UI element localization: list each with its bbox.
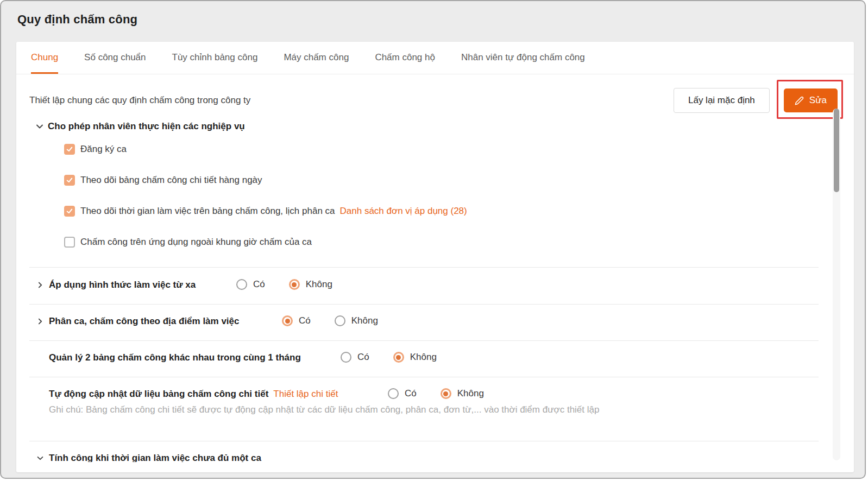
edit-button[interactable]: Sửa: [784, 88, 838, 112]
section-description: Thiết lập chung các quy định chấm công t…: [29, 95, 250, 106]
checkbox-row-theo-doi-thoi-gian[interactable]: Theo dõi thời gian làm việc trên bảng ch…: [64, 205, 841, 217]
checkbox-label: Theo dõi thời gian làm việc trên bảng ch…: [80, 206, 335, 217]
checkbox-checked-icon[interactable]: [64, 175, 75, 186]
radio-unselected-icon[interactable]: [341, 352, 351, 363]
tab-cham-cong-ho[interactable]: Chấm công hộ: [375, 42, 435, 74]
radio-group-2-bang-cham-cong: Có Không: [341, 352, 437, 363]
permissions-checkbox-list: Đăng ký ca Theo dõi bảng chấm công chi t…: [64, 143, 841, 248]
radio-option-no[interactable]: Không: [335, 315, 378, 326]
page-title: Quy định chấm công: [17, 12, 865, 27]
radio-option-no[interactable]: Không: [289, 279, 332, 290]
toolbar-actions: Lấy lại mặc định Sửa: [674, 88, 838, 113]
setting-row-lam-viec-tu-xa: Áp dụng hình thức làm việc từ xa Có Khôn…: [29, 268, 841, 304]
chevron-right-icon[interactable]: [36, 281, 45, 289]
detail-setup-link[interactable]: Thiết lập chi tiết: [273, 389, 338, 400]
radio-option-yes[interactable]: Có: [341, 352, 369, 363]
radio-option-yes[interactable]: Có: [388, 388, 417, 399]
radio-unselected-icon[interactable]: [236, 279, 247, 290]
setting-row-tinh-cong-chua-du-ca: Tính công khi thời gian làm việc chưa đủ…: [29, 441, 841, 462]
setting-row-tu-dong-cap-nhat: Tự động cập nhật dữ liệu bảng chấm công …: [29, 377, 841, 441]
checkbox-unchecked-icon[interactable]: [64, 237, 75, 248]
setting-label: Áp dụng hình thức làm việc từ xa: [49, 280, 196, 290]
chevron-right-icon[interactable]: [36, 317, 45, 326]
setting-note: Ghi chú: Bảng chấm công chi tiết sẽ được…: [49, 404, 841, 415]
section-permissions-header[interactable]: Cho phép nhân viên thực hiện các nghiệp …: [35, 121, 841, 132]
edit-button-label: Sửa: [809, 95, 827, 106]
checkbox-row-dang-ky-ca[interactable]: Đăng ký ca: [64, 143, 841, 155]
setting-label: Tính công khi thời gian làm việc chưa đủ…: [49, 453, 261, 462]
checkbox-row-cham-cong-ngoai-khung-gio[interactable]: Chấm công trên ứng dụng ngoài khung giờ …: [64, 236, 841, 248]
reset-default-button[interactable]: Lấy lại mặc định: [674, 88, 770, 113]
toolbar: Thiết lập chung các quy định chấm công t…: [29, 88, 841, 113]
radio-option-yes[interactable]: Có: [236, 279, 265, 290]
radio-selected-icon[interactable]: [441, 388, 451, 399]
scrollbar-thumb[interactable]: [834, 109, 839, 192]
radio-selected-icon[interactable]: [289, 279, 300, 290]
tab-content: Thiết lập chung các quy định chấm công t…: [16, 74, 854, 462]
radio-option-yes[interactable]: Có: [282, 315, 311, 326]
radio-unselected-icon[interactable]: [335, 315, 345, 326]
page-header: Quy định chấm công: [1, 1, 865, 42]
radio-selected-icon[interactable]: [393, 352, 404, 363]
radio-group-phan-ca-dia-diem: Có Không: [282, 315, 378, 326]
tab-bar: Chung Số công chuẩn Tùy chỉnh bảng công …: [16, 42, 854, 74]
setting-row-phan-ca-dia-diem: Phân ca, chấm công theo địa điểm làm việ…: [29, 305, 841, 340]
radio-selected-icon[interactable]: [282, 315, 293, 326]
radio-option-no[interactable]: Không: [393, 352, 437, 363]
checkbox-label: Theo dõi bảng chấm công chi tiết hàng ng…: [80, 175, 262, 186]
setting-row-2-bang-cham-cong: Quản lý 2 bảng chấm công khác nhau trong…: [29, 341, 841, 377]
radio-group-tu-dong-cap-nhat: Có Không: [388, 388, 484, 399]
checkbox-label: Đăng ký ca: [80, 144, 127, 155]
settings-card: Chung Số công chuẩn Tùy chỉnh bảng công …: [16, 42, 854, 472]
chevron-down-icon: [35, 122, 45, 131]
tab-nhan-vien-tu-dong-cham-cong[interactable]: Nhân viên tự động chấm công: [461, 42, 585, 74]
radio-unselected-icon[interactable]: [388, 388, 399, 399]
tab-may-cham-cong[interactable]: Máy chấm công: [284, 42, 349, 74]
tab-tuy-chinh-bang-cong[interactable]: Tùy chỉnh bảng công: [172, 42, 258, 74]
applied-units-link[interactable]: Danh sách đơn vị áp dụng (28): [340, 206, 467, 217]
radio-group-lam-viec-tu-xa: Có Không: [236, 279, 332, 290]
app-window: Quy định chấm công Chung Số công chuẩn T…: [0, 0, 866, 479]
checkbox-checked-icon[interactable]: [64, 206, 75, 217]
setting-label: Quản lý 2 bảng chấm công khác nhau trong…: [49, 352, 301, 363]
tab-so-cong-chuan[interactable]: Số công chuẩn: [84, 42, 146, 74]
setting-label: Phân ca, chấm công theo địa điểm làm việ…: [49, 316, 240, 327]
tab-chung[interactable]: Chung: [31, 42, 58, 74]
checkbox-row-theo-doi-bang-cham-cong[interactable]: Theo dõi bảng chấm công chi tiết hàng ng…: [64, 174, 841, 186]
setting-label: Tự động cập nhật dữ liệu bảng chấm công …: [49, 389, 268, 400]
section-permissions-title: Cho phép nhân viên thực hiện các nghiệp …: [48, 121, 245, 132]
checkbox-label: Chấm công trên ứng dụng ngoài khung giờ …: [80, 237, 312, 248]
chevron-down-icon[interactable]: [36, 454, 45, 462]
radio-option-no[interactable]: Không: [441, 388, 484, 399]
checkbox-checked-icon[interactable]: [64, 144, 75, 155]
pencil-icon: [795, 96, 804, 105]
